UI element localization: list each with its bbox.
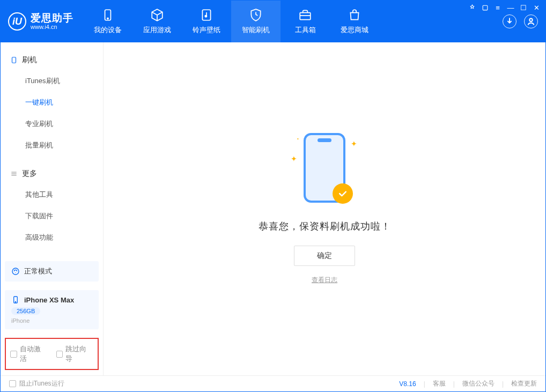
version-label: V8.16 xyxy=(399,380,416,388)
device-name: iPhone XS Max xyxy=(24,296,74,304)
check-icon xyxy=(333,183,353,204)
sidebar-item-advanced[interactable]: 高级功能 xyxy=(1,227,103,248)
sidebar-item-other-tools[interactable]: 其他工具 xyxy=(1,184,103,205)
logo: iU 爱思助手 www.i4.cn xyxy=(1,1,83,42)
app-url: www.i4.cn xyxy=(31,24,73,30)
menu-icon[interactable]: ≡ xyxy=(494,4,501,11)
flash-options-highlight: 自动激活 跳过向导 xyxy=(5,338,99,370)
sidebar-group-flash: 刷机 xyxy=(1,50,103,70)
check-update-link[interactable]: 检查更新 xyxy=(511,379,537,388)
sidebar-item-oneclick-flash[interactable]: 一键刷机 xyxy=(1,92,103,113)
svg-point-6 xyxy=(529,19,533,22)
checkbox-icon xyxy=(10,351,17,358)
sidebar-item-download-firmware[interactable]: 下载固件 xyxy=(1,205,103,227)
view-log-link[interactable]: 查看日志 xyxy=(312,276,337,285)
tab-label: 铃声壁纸 xyxy=(193,25,220,35)
main-content: ✦ ✦ • 恭喜您，保资料刷机成功啦！ 确定 查看日志 xyxy=(104,42,545,375)
statusbar: 阻止iTunes运行 V8.16 | 客服 | 微信公众号 | 检查更新 xyxy=(1,375,545,391)
tab-tools[interactable]: 工具箱 xyxy=(281,1,330,42)
svg-point-4 xyxy=(205,16,206,17)
device-card[interactable]: iPhone XS Max 256GB iPhone xyxy=(5,290,99,329)
bag-icon xyxy=(348,8,361,22)
download-button[interactable] xyxy=(503,14,517,28)
device-phone-icon xyxy=(11,295,20,304)
auto-activate-checkbox[interactable]: 自动激活 xyxy=(10,344,48,364)
logo-icon: iU xyxy=(8,12,26,31)
maximize-icon[interactable]: ☐ xyxy=(520,4,527,11)
device-storage: 256GB xyxy=(11,307,40,315)
skin-icon[interactable] xyxy=(481,4,489,11)
tab-label: 爱思商城 xyxy=(341,25,368,35)
app-name: 爱思助手 xyxy=(31,13,73,24)
tab-device[interactable]: 我的设备 xyxy=(83,1,132,42)
svg-point-11 xyxy=(12,268,19,275)
sync-icon xyxy=(11,267,20,276)
minimize-icon[interactable]: — xyxy=(507,4,514,11)
ok-button[interactable]: 确定 xyxy=(294,246,355,266)
sidebar: 刷机 iTunes刷机 一键刷机 专业刷机 批量刷机 更多 其他工具 下载固件 … xyxy=(1,42,104,375)
close-icon[interactable]: ✕ xyxy=(533,4,540,11)
profile-button[interactable] xyxy=(524,14,538,28)
sidebar-item-pro-flash[interactable]: 专业刷机 xyxy=(1,113,103,135)
svg-rect-7 xyxy=(12,57,16,63)
tab-label: 我的设备 xyxy=(94,25,122,35)
tab-label: 应用游戏 xyxy=(143,25,171,35)
mode-label: 正常模式 xyxy=(24,267,52,276)
nav-tabs: 我的设备 应用游戏 铃声壁纸 智能刷机 工具箱 爱思商城 xyxy=(83,1,503,42)
block-itunes-checkbox[interactable]: 阻止iTunes运行 xyxy=(9,379,64,388)
checkbox-icon xyxy=(9,380,16,387)
cube-icon xyxy=(150,8,164,22)
svg-rect-0 xyxy=(483,5,488,10)
feedback-icon[interactable] xyxy=(468,4,476,11)
svg-point-2 xyxy=(107,18,108,19)
svg-point-13 xyxy=(15,301,16,302)
wechat-link[interactable]: 微信公众号 xyxy=(462,379,495,388)
skip-guide-checkbox[interactable]: 跳过向导 xyxy=(56,344,94,364)
checkbox-icon xyxy=(56,351,63,358)
success-panel: ✦ ✦ • 恭喜您，保资料刷机成功啦！ 确定 查看日志 xyxy=(259,133,391,285)
tab-ringtones[interactable]: 铃声壁纸 xyxy=(182,1,231,42)
tab-store[interactable]: 爱思商城 xyxy=(330,1,379,42)
music-icon xyxy=(200,8,213,22)
mode-card: 正常模式 xyxy=(5,261,99,282)
support-link[interactable]: 客服 xyxy=(433,379,446,388)
tab-apps[interactable]: 应用游戏 xyxy=(132,1,182,42)
sidebar-item-batch-flash[interactable]: 批量刷机 xyxy=(1,135,103,156)
device-icon xyxy=(101,8,115,22)
tab-flash[interactable]: 智能刷机 xyxy=(231,1,281,42)
list-icon xyxy=(10,170,18,177)
sidebar-group-more: 更多 xyxy=(1,164,103,184)
svg-rect-5 xyxy=(300,13,311,20)
success-illustration: ✦ ✦ • xyxy=(295,133,354,208)
shield-icon xyxy=(249,8,263,22)
tab-label: 智能刷机 xyxy=(242,25,270,35)
sidebar-item-itunes-flash[interactable]: iTunes刷机 xyxy=(1,70,103,92)
window-controls: ≡ — ☐ ✕ xyxy=(468,4,540,11)
phone-outline-icon xyxy=(10,56,18,64)
device-type: iPhone xyxy=(11,317,92,324)
toolbox-icon xyxy=(298,8,312,22)
tab-label: 工具箱 xyxy=(295,25,316,35)
success-message: 恭喜您，保资料刷机成功啦！ xyxy=(259,220,391,233)
app-header: iU 爱思助手 www.i4.cn 我的设备 应用游戏 铃声壁纸 智能刷机 xyxy=(1,1,545,42)
